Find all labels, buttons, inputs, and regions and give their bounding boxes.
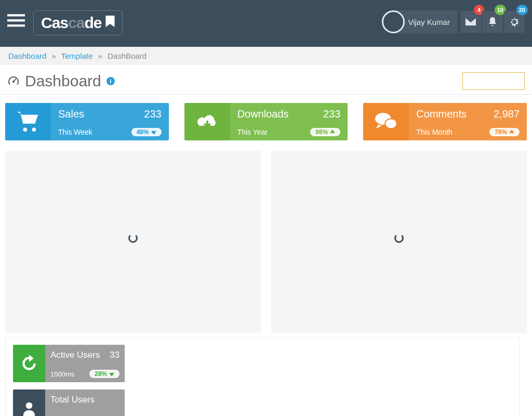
user-name: Vijay Kumar — [408, 18, 450, 27]
chart-panel-right — [271, 151, 527, 333]
card-label: Sales — [58, 108, 84, 120]
cart-icon — [16, 111, 40, 133]
svg-point-8 — [385, 119, 397, 128]
card-period: This Week — [58, 128, 92, 136]
card-pct: 48% — [131, 128, 162, 136]
bell-button[interactable]: 10 — [482, 11, 503, 33]
card-period: This Month — [416, 128, 452, 136]
stat-card-downloads[interactable]: Downloads 233 This Year 98% — [184, 103, 348, 140]
page-title: Dashboard — [25, 72, 101, 90]
cloud-download-icon — [195, 111, 219, 132]
loading-spinner-icon — [394, 233, 404, 243]
card-label: Comments — [416, 108, 467, 120]
breadcrumb-root[interactable]: Dashboard — [8, 51, 46, 60]
refresh-icon — [20, 355, 38, 372]
mail-icon — [466, 18, 476, 25]
svg-point-6 — [32, 127, 36, 132]
hamburger-icon — [7, 14, 25, 28]
card-pct: 28% — [89, 370, 119, 378]
card-value: 233 — [144, 108, 161, 120]
svg-point-9 — [26, 402, 33, 409]
card-value: 233 — [323, 108, 340, 120]
gauge-icon — [7, 75, 20, 87]
arrow-up-icon — [509, 129, 514, 135]
card-pct: 98% — [310, 128, 340, 136]
user-icon — [21, 400, 37, 416]
search-input[interactable] — [462, 72, 525, 90]
gear-icon — [509, 17, 520, 27]
card-label: Downloads — [237, 108, 289, 120]
small-card-total-users[interactable]: Total Users — [13, 389, 125, 416]
bell-icon — [488, 17, 497, 27]
bookmark-icon — [105, 16, 115, 30]
settings-button[interactable]: 20 — [504, 11, 525, 33]
mail-button[interactable]: 4 — [460, 11, 481, 33]
settings-badge: 20 — [516, 5, 528, 15]
breadcrumb-sep: » — [98, 51, 102, 60]
card-period: This Year — [237, 128, 268, 136]
card-period: 1500ms — [50, 370, 74, 378]
brand-seg3: de — [84, 14, 101, 31]
arrow-down-icon — [151, 129, 156, 135]
svg-rect-2 — [7, 24, 25, 27]
chart-panel-left — [5, 151, 261, 333]
breadcrumb-mid[interactable]: Template — [61, 51, 93, 60]
svg-rect-4 — [13, 79, 16, 82]
card-pct: 78% — [489, 128, 520, 136]
breadcrumb-sep: » — [51, 51, 56, 60]
panels-row — [5, 151, 527, 333]
breadcrumb: Dashboard » Template » DashBoard — [0, 47, 532, 65]
card-label: Active Users — [50, 350, 100, 360]
arrow-up-icon — [330, 129, 335, 135]
top-right: Vijay Kumar 4 10 20 — [382, 10, 525, 33]
card-value: 2,987 — [494, 108, 520, 120]
svg-rect-1 — [7, 19, 25, 21]
topbar: Cascade Vijay Kumar 4 10 20 — [0, 0, 532, 47]
small-card-active-users[interactable]: Active Users 33 1500ms 28% — [13, 345, 125, 382]
arrow-down-icon — [109, 371, 114, 376]
loading-spinner-icon — [128, 233, 138, 243]
brand-seg1: Cas — [41, 14, 68, 31]
brand-seg2: ca — [68, 14, 84, 31]
breadcrumb-current: DashBoard — [108, 51, 147, 60]
content: Sales 233 This Week 48% — [0, 95, 532, 416]
avatar — [382, 10, 405, 33]
comments-icon — [374, 112, 398, 132]
stat-card-comments[interactable]: Comments 2,987 This Month 78% — [363, 103, 527, 140]
brand-logo[interactable]: Cascade — [33, 10, 123, 35]
card-label: Total Users — [50, 395, 95, 405]
menu-toggle[interactable] — [5, 10, 27, 30]
lower-box: Active Users 33 1500ms 28% — [5, 337, 520, 416]
svg-point-5 — [23, 127, 27, 132]
info-icon[interactable]: i — [107, 77, 115, 85]
page-head: Dashboard i — [0, 65, 532, 95]
stat-card-sales[interactable]: Sales 233 This Week 48% — [5, 103, 169, 140]
stat-cards-row: Sales 233 This Week 48% — [5, 103, 527, 140]
user-chip[interactable]: Vijay Kumar — [382, 10, 457, 33]
svg-rect-0 — [7, 14, 25, 16]
card-value: 33 — [110, 350, 119, 360]
